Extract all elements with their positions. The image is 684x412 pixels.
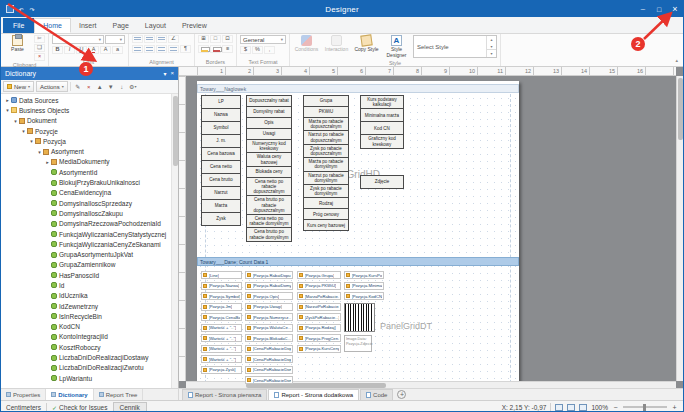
tree-item[interactable]: KodCN (1, 322, 170, 332)
delete-icon[interactable]: × (84, 82, 94, 92)
copy-style-button[interactable]: Copy Style (353, 35, 380, 59)
font-color-button[interactable]: A (88, 46, 99, 54)
fill-color-icon[interactable] (198, 45, 209, 53)
ribbon-tab[interactable]: Insert (71, 18, 105, 33)
data-field[interactable]: [Pozycja.Grupa] (297, 271, 341, 279)
tree-item[interactable]: ▾ Business Objects (1, 105, 170, 115)
data-field[interactable]: [Pozycja.Zysk] (201, 366, 242, 374)
move-down-icon[interactable]: ▼ (106, 82, 116, 92)
tree-item[interactable]: GrupaAsortymentuJpkVat (1, 249, 170, 259)
rotate-text-icon[interactable]: ∠ (168, 35, 179, 43)
header-cell[interactable]: Cena brutto po rabacie dopuszczalnym (246, 195, 292, 215)
tree-item[interactable]: ▾ Pozycje (1, 126, 170, 136)
tree-item[interactable]: DomyslnaRzeczowaPochodzeniaId (1, 219, 170, 229)
data-field[interactable]: [Wartość + ".."] (201, 355, 242, 363)
gallery-more-icon[interactable] (487, 49, 496, 57)
gallery-up-icon[interactable] (487, 36, 496, 43)
data-field[interactable]: [CenaPoRabacieDopu...] (245, 355, 293, 363)
save-icon[interactable] (6, 5, 14, 13)
zoom-out-button[interactable] (612, 404, 619, 411)
tree-item[interactable]: CenaEwidencyjna (1, 188, 170, 198)
check-for-issues-button[interactable]: Check for Issues (52, 404, 107, 411)
style-designer-button[interactable]: Style Designer (383, 35, 410, 59)
header-band-caption[interactable]: Towary___Naglowek (197, 84, 519, 93)
header-cell[interactable]: Numeryczny kod kreskowy (246, 139, 292, 153)
expand-icon[interactable]: ▾ (4, 107, 11, 113)
header-cell[interactable]: Waluta ceny bazowej (246, 152, 292, 166)
tree-item[interactable]: IsInRecycleBin (1, 311, 170, 321)
data-field[interactable]: [Pozycja.KursPods...] (344, 271, 384, 279)
font-size-combo[interactable] (105, 35, 125, 44)
data-field[interactable]: [Pozycja.PKWiU] (297, 282, 341, 290)
redo-icon[interactable] (28, 5, 36, 13)
zoom-in-button[interactable] (671, 404, 678, 411)
ribbon-tab[interactable]: Home (34, 18, 71, 33)
dock-tab[interactable]: Properties (1, 389, 46, 400)
data-field[interactable]: [Pozycja.RabatDopu...] (245, 271, 293, 279)
tree-item[interactable]: DomyslnaIloscZakupu (1, 208, 170, 218)
data-field[interactable]: [Pozycja.BlokadaC...] (245, 334, 293, 342)
data-field[interactable]: [Pozycja.Numerycz...] (245, 313, 293, 321)
interaction-button[interactable]: Interaction (323, 35, 350, 59)
data-field[interactable]: [Pozycja.Uwagi] (245, 303, 293, 311)
align-right-icon[interactable] (156, 45, 167, 53)
border-style-icon[interactable]: ≡ (222, 45, 233, 53)
data-field[interactable]: [CenaPoRabacieDomy...] (245, 366, 293, 374)
data-field[interactable]: [Pozycja.Nazwa] (201, 282, 242, 290)
ribbon-tab[interactable]: Preview (174, 18, 215, 33)
add-page-button[interactable] (397, 390, 406, 399)
tree-item[interactable]: BlokujPrzyBrakuUnikalnosci (1, 177, 170, 187)
shrink-font-button[interactable]: a (112, 46, 123, 54)
data-field[interactable]: [Pozycja.KodCN] (344, 292, 384, 300)
move-up-icon[interactable]: ▲ (95, 82, 105, 92)
page-width-view-icon[interactable] (579, 404, 587, 411)
header-cell[interactable]: Nazwa (201, 108, 241, 122)
data-field[interactable]: [Pozycja.Opis] (245, 292, 293, 300)
word-wrap-icon[interactable]: ¶ (180, 45, 191, 53)
file-tab[interactable]: File (3, 18, 34, 33)
tree-item[interactable]: LpWariantu (1, 373, 170, 383)
align-center-icon[interactable] (144, 45, 155, 53)
tree-item[interactable]: ▸ Data Sources (1, 95, 170, 105)
general-format-combo[interactable]: General (240, 35, 286, 44)
tree-item[interactable]: DomyslnaIloscSprzedazy (1, 198, 170, 208)
dock-tab[interactable]: Dictionary (46, 389, 93, 400)
data-field[interactable]: [Pozycja.RabatDomy...] (245, 282, 293, 290)
new-button[interactable]: New (3, 81, 34, 92)
tree-item[interactable]: ▾ Asortyment (1, 146, 170, 156)
tree-item[interactable]: KontoIntegracjiId (1, 332, 170, 342)
report-page[interactable]: Towary___Naglowek LPNazwaSymbolJ. m.Cena… (197, 81, 519, 388)
page-tab[interactable]: Code (360, 389, 393, 400)
header-cell[interactable]: Marża po rabacie domyślnym (303, 157, 349, 171)
barcode-component[interactable] (344, 303, 375, 332)
data-field[interactable]: [Wartość + ".."] (201, 324, 242, 332)
close-button[interactable] (667, 1, 683, 17)
sort-icon[interactable]: ↓ (117, 82, 127, 92)
align-middle-icon[interactable] (144, 35, 155, 43)
expand-icon[interactable]: ▸ (4, 97, 11, 103)
gallery-down-icon[interactable] (487, 43, 496, 50)
ribbon-tab[interactable]: Layout (137, 18, 174, 33)
page-tab[interactable]: Report - Strona pierwsza (182, 389, 267, 400)
align-top-icon[interactable] (132, 35, 143, 43)
expand-icon[interactable]: ▾ (20, 128, 27, 134)
header-cell[interactable]: Zdjęcie (360, 175, 404, 189)
header-cell[interactable]: Cena netto (201, 160, 241, 174)
data-field[interactable]: [CenaPoRabacieDomy...] (245, 376, 293, 384)
header-cell[interactable]: Marża po rabacie dopuszczalnym (303, 117, 349, 131)
outside-borders-icon[interactable]: □ (210, 35, 221, 43)
data-field[interactable]: [Pozycja.WalutaCe...] (245, 324, 293, 332)
minimize-button[interactable] (635, 1, 651, 17)
tree-item[interactable]: IdZewnetrzny (1, 301, 170, 311)
data-field[interactable]: [Wartość + ".."] (201, 334, 242, 342)
expand-icon[interactable]: ▾ (36, 149, 43, 155)
underline-button[interactable]: U (76, 46, 87, 54)
tree-item[interactable]: GrupaZamiennikow (1, 260, 170, 270)
grow-font-button[interactable]: A (100, 46, 111, 54)
style-gallery[interactable]: Select Style (413, 35, 497, 58)
data-field[interactable]: [Pozycja.Symbol] (201, 292, 242, 300)
data-field[interactable]: [Wartość + ".."] (201, 345, 242, 353)
report-name-tab[interactable]: Cennik (113, 402, 147, 412)
header-cell[interactable]: Cena brutto po rabacie domyślnym (246, 227, 292, 241)
tree-item[interactable]: KosztRoboczy (1, 342, 170, 352)
